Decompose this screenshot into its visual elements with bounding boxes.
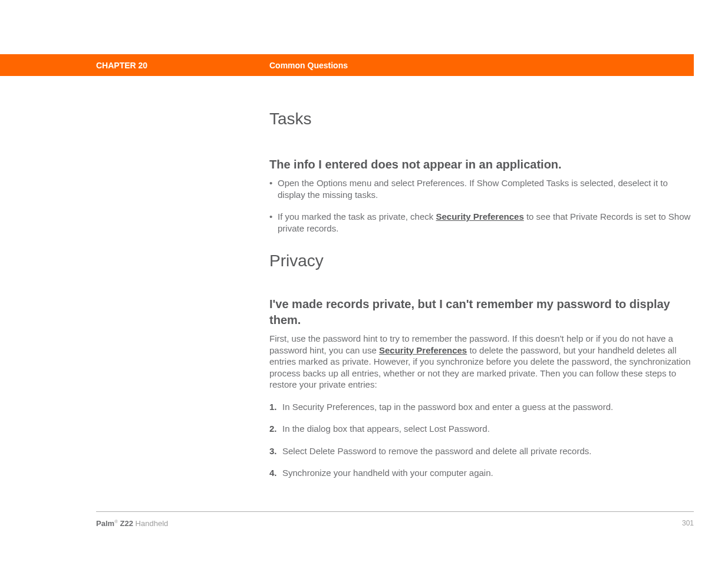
step-number: 3. <box>269 445 277 457</box>
list-item: 1. In Security Preferences, tap in the p… <box>269 401 694 413</box>
step-text: In Security Preferences, tap in the pass… <box>282 402 613 412</box>
list-item: 4. Synchronize your handheld with your c… <box>269 467 694 479</box>
header-title: Common Questions <box>269 61 348 70</box>
security-preferences-link[interactable]: Security Preferences <box>436 211 523 222</box>
bullet-list-tasks: Open the Options menu and select Prefere… <box>269 177 694 234</box>
security-preferences-link[interactable]: Security Preferences <box>379 345 467 355</box>
brand-model: Z22 <box>118 519 133 528</box>
section-heading-privacy: Privacy <box>269 252 694 270</box>
page-header: CHAPTER 20 Common Questions <box>0 54 694 76</box>
footer-brand: Palm® Z22 Handheld <box>96 519 168 528</box>
question-heading-tasks-1: The info I entered does not appear in an… <box>269 157 694 173</box>
section-heading-tasks: Tasks <box>269 110 694 128</box>
question-heading-privacy-1: I've made records private, but I can't r… <box>269 296 694 328</box>
step-number: 1. <box>269 401 277 413</box>
paragraph-privacy: First, use the password hint to try to r… <box>269 333 694 391</box>
step-text: Select Delete Password to remove the pas… <box>282 446 591 456</box>
list-item: If you marked the task as private, check… <box>269 211 694 234</box>
main-content: Tasks The info I entered does not appear… <box>269 110 694 490</box>
page-number: 301 <box>682 519 694 528</box>
list-item: 2. In the dialog box that appears, selec… <box>269 423 694 435</box>
list-item: 3. Select Delete Password to remove the … <box>269 445 694 457</box>
chapter-label: CHAPTER 20 <box>96 61 147 70</box>
step-number: 4. <box>269 467 277 479</box>
brand-name: Palm <box>96 519 114 528</box>
bullet-text-pre: If you marked the task as private, check <box>278 211 436 222</box>
bullet-text: Open the Options menu and select Prefere… <box>278 178 668 200</box>
page-footer: Palm® Z22 Handheld 301 <box>96 511 694 528</box>
step-text: Synchronize your handheld with your comp… <box>282 468 493 478</box>
numbered-steps: 1. In Security Preferences, tap in the p… <box>269 401 694 479</box>
step-text: In the dialog box that appears, select L… <box>282 424 490 434</box>
step-number: 2. <box>269 423 277 435</box>
list-item: Open the Options menu and select Prefere… <box>269 177 694 200</box>
brand-suffix: Handheld <box>133 519 168 528</box>
